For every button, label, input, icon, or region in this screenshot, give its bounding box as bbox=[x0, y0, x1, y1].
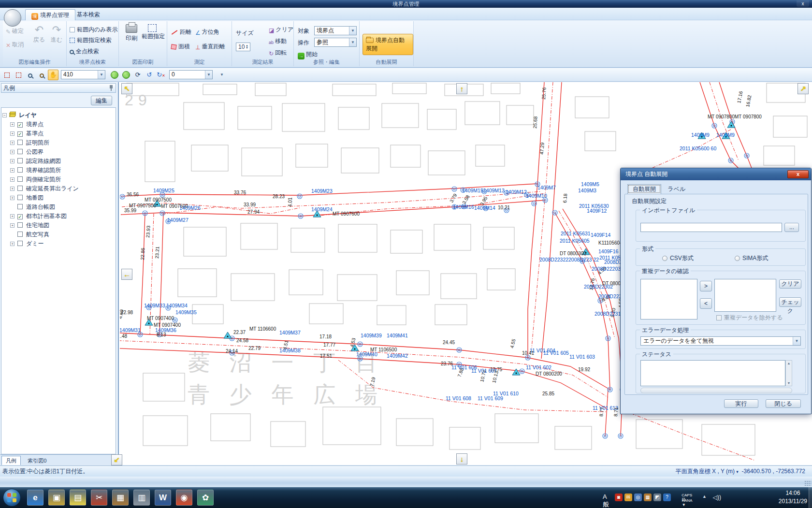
dialog-close-button[interactable]: x bbox=[787, 170, 809, 178]
close-button[interactable]: 閉じる bbox=[766, 399, 801, 408]
layer-visibility-checkbox[interactable] bbox=[17, 241, 23, 246]
measure-vertical-button[interactable]: ⊥垂直距離 bbox=[195, 43, 225, 51]
dropdown-arrow-icon[interactable]: ▼ bbox=[98, 71, 105, 79]
rotate-reset-icon[interactable]: ↻✕ bbox=[156, 70, 166, 80]
zoom-out-icon[interactable] bbox=[36, 70, 47, 80]
spinner-down-icon[interactable]: ▼ bbox=[245, 46, 249, 50]
move-right-button[interactable]: > bbox=[700, 281, 712, 291]
snipping-tool-icon[interactable]: ✂ bbox=[91, 490, 107, 506]
ime-kana-indicator[interactable]: KANA ▼ bbox=[682, 498, 692, 507]
fax-printer-icon[interactable]: ▥ bbox=[133, 490, 150, 506]
ime-mode-indicator[interactable]: A 般 bbox=[603, 493, 609, 508]
sima-radio[interactable]: SIMA形式 bbox=[735, 254, 768, 262]
collapse-icon[interactable]: − bbox=[2, 113, 7, 117]
exclude-duplicates-checkbox[interactable]: 重複データを除外する bbox=[716, 314, 783, 322]
status-textarea[interactable] bbox=[640, 360, 785, 386]
windows-explorer-icon[interactable]: ▣ bbox=[48, 490, 65, 506]
rotation-combobox[interactable]: 0▼ bbox=[169, 70, 213, 79]
print-button[interactable]: 印刷 bbox=[123, 24, 140, 43]
status-horizontal-scrollbar[interactable] bbox=[640, 388, 792, 393]
layer-tree-item[interactable]: +公図界 bbox=[2, 147, 115, 157]
pan-nw-arrow[interactable]: ↖ bbox=[121, 83, 132, 94]
duplicate-target-list[interactable] bbox=[714, 279, 776, 312]
layer-tree-item[interactable]: 道路台帳図 bbox=[2, 203, 115, 212]
layer-tree-item[interactable]: +✓基準点 bbox=[2, 129, 115, 138]
operation-select[interactable]: 参照▼ bbox=[314, 38, 357, 47]
forward-view-icon[interactable]: → bbox=[121, 70, 131, 80]
clear-result-button[interactable]: ◪クリア bbox=[269, 26, 293, 34]
paint-icon[interactable]: ✿ bbox=[197, 490, 214, 506]
show-in-range-checkbox[interactable]: 範囲内のみ表示 bbox=[70, 26, 118, 34]
expand-icon[interactable]: + bbox=[10, 242, 14, 246]
layer-visibility-checkbox[interactable]: ✓ bbox=[17, 214, 23, 219]
start-button[interactable] bbox=[3, 489, 21, 507]
layer-tree-item[interactable]: +ダミー bbox=[2, 239, 115, 248]
zoom-in-icon[interactable] bbox=[25, 70, 35, 80]
clear-button[interactable]: クリア bbox=[779, 279, 801, 289]
print-area-button[interactable]: 範囲指定 bbox=[141, 24, 165, 41]
confirm-button[interactable]: ✎確定 bbox=[6, 27, 24, 35]
csv-radio[interactable]: CSV形式 bbox=[662, 254, 694, 262]
layer-visibility-checkbox[interactable] bbox=[17, 176, 23, 182]
search-tray-icon[interactable]: ◎ bbox=[634, 493, 642, 501]
tab-legend[interactable]: 凡例 bbox=[1, 456, 21, 465]
layer-tree-item[interactable]: +地番図 bbox=[2, 193, 115, 203]
dropdown-arrow-icon[interactable]: ▼ bbox=[205, 71, 212, 79]
measure-area-button[interactable]: 面積 bbox=[171, 43, 190, 51]
expand-icon[interactable]: + bbox=[10, 131, 14, 136]
layer-tree-item[interactable]: +確定延長算出ライン bbox=[2, 184, 115, 193]
window-close-button[interactable]: x bbox=[797, 0, 809, 7]
coord-caret-icon[interactable]: ▾ bbox=[736, 469, 739, 474]
antivirus-icon[interactable]: ◙ bbox=[615, 493, 623, 501]
application-orb-button[interactable] bbox=[4, 9, 21, 27]
pan-sw-arrow[interactable]: ↙ bbox=[111, 454, 122, 465]
error-handling-select[interactable]: エラーのデータを全て無視▼ bbox=[640, 336, 801, 346]
undo-button[interactable]: ↶戻る bbox=[31, 24, 47, 44]
dialog-titlebar[interactable]: 境界点 自動展開 x bbox=[621, 168, 811, 180]
layer-visibility-checkbox[interactable] bbox=[17, 149, 23, 154]
layer-tree-item[interactable]: +✓境界点 bbox=[2, 120, 115, 129]
layer-visibility-checkbox[interactable] bbox=[17, 232, 23, 237]
taskbar-clock[interactable]: 14:06 2013/11/29 bbox=[779, 489, 807, 506]
toolbox-icon[interactable]: ▦ bbox=[644, 493, 652, 501]
expand-icon[interactable]: + bbox=[10, 141, 14, 145]
tab-label[interactable]: ラベル bbox=[663, 185, 690, 194]
dropdown-arrow-icon[interactable]: ▼ bbox=[349, 38, 356, 46]
rotate-left-icon[interactable]: ↺ bbox=[144, 70, 155, 80]
expand-icon[interactable]: + bbox=[10, 214, 14, 218]
dropdown-arrow-icon[interactable]: ▼ bbox=[793, 337, 800, 345]
zoom-out-region-icon[interactable] bbox=[13, 70, 24, 80]
status-vertical-scrollbar[interactable]: ▲▼ bbox=[785, 360, 792, 386]
expand-icon[interactable]: + bbox=[10, 159, 14, 163]
move-left-button[interactable]: < bbox=[700, 298, 712, 309]
expand-icon[interactable]: + bbox=[10, 177, 14, 182]
back-view-icon[interactable]: ← bbox=[109, 70, 120, 80]
tab-index-map[interactable]: 索引図0 bbox=[24, 456, 50, 465]
scale-combobox[interactable]: 410▼ bbox=[61, 70, 105, 79]
sticky-notes-icon[interactable]: ▤ bbox=[70, 490, 86, 506]
pan-ne-arrow[interactable]: ↗ bbox=[798, 83, 809, 94]
layer-visibility-checkbox[interactable] bbox=[17, 167, 23, 173]
dropdown-arrow-icon[interactable]: ▼ bbox=[349, 27, 356, 35]
layer-visibility-checkbox[interactable] bbox=[17, 186, 23, 191]
input-icon[interactable]: ◩ bbox=[653, 493, 661, 501]
show-desktop-button[interactable] bbox=[809, 487, 812, 508]
hidden-icons-button[interactable]: ▲ bbox=[702, 494, 707, 499]
measure-distance-button[interactable]: 距離 bbox=[171, 28, 191, 36]
expand-icon[interactable]: + bbox=[10, 150, 14, 154]
layer-tree-item[interactable]: +両側確定箇所 bbox=[2, 175, 115, 184]
layer-visibility-checkbox[interactable] bbox=[17, 158, 23, 163]
layer-tree-item[interactable]: +✓都市計画基本図 bbox=[2, 212, 115, 221]
layer-tree-item[interactable]: +住宅地図 bbox=[2, 221, 115, 230]
tab-boundary-management[interactable]: 境境界点管理 bbox=[25, 9, 75, 20]
import-file-input[interactable] bbox=[640, 223, 782, 232]
run-button[interactable]: 実行 bbox=[724, 399, 758, 408]
expand-icon[interactable]: + bbox=[10, 223, 14, 228]
toolbar-overflow-icon[interactable]: ▼ bbox=[217, 70, 227, 80]
layer-tree-item[interactable]: +証明箇所 bbox=[2, 138, 115, 147]
layer-visibility-checkbox[interactable] bbox=[17, 140, 23, 145]
rotate-result-button[interactable]: ↻回転 bbox=[269, 49, 287, 57]
refresh-icon[interactable]: ⟳ bbox=[132, 70, 143, 80]
boundary-auto-expand-button[interactable]: 境界点自動展開 bbox=[362, 34, 413, 55]
layer-visibility-checkbox[interactable]: ✓ bbox=[17, 122, 23, 128]
